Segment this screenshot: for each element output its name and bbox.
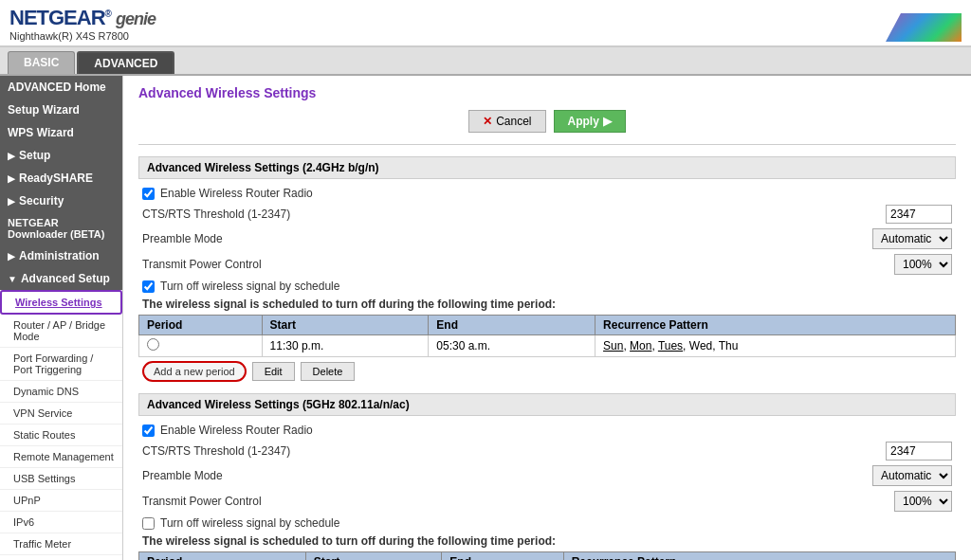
sidebar-item-ipv6[interactable]: IPv6: [0, 512, 122, 533]
content-area: Advanced Wireless Settings ✕ Cancel Appl…: [123, 76, 971, 560]
table-cell-recurrence: Sun, Mon, Tues, Wed, Thu: [595, 335, 956, 357]
txpower-24ghz-select[interactable]: 100% 75% 50% 25%: [894, 254, 952, 275]
schedule-24ghz-table: Period Start End Recurrence Pattern 11:3…: [138, 315, 956, 357]
txpower-5ghz-label: Transmit Power Control: [142, 495, 876, 508]
sidebar-item-static-routes[interactable]: Static Routes: [0, 425, 122, 446]
model-name: Nighthawk(R) X4S R7800: [9, 30, 156, 42]
sidebar-item-vlan-bridge[interactable]: VLAN/Bridge Settings: [0, 555, 122, 560]
tab-bar: BASIC ADVANCED: [0, 47, 971, 76]
ctsrts-5ghz-input[interactable]: [886, 442, 952, 461]
sidebar-item-wireless-settings[interactable]: Wireless Settings: [0, 290, 122, 315]
apply-button[interactable]: Apply ▶: [554, 110, 626, 133]
sidebar-item-dynamic-dns[interactable]: Dynamic DNS: [0, 381, 122, 403]
sidebar-label: WPS Wizard: [8, 126, 74, 139]
schedule-5ghz-table: Period Start End Recurrence Pattern: [138, 551, 956, 560]
cancel-button[interactable]: ✕ Cancel: [468, 110, 545, 133]
ctsrts-5ghz-value: [876, 442, 952, 461]
sidebar-item-router-ap-bridge[interactable]: Router / AP / Bridge Mode: [0, 315, 122, 348]
txpower-24ghz-value: 100% 75% 50% 25%: [876, 254, 952, 275]
ctsrts-24ghz-input[interactable]: [886, 205, 952, 224]
sidebar-section-advanced-setup[interactable]: ▼ Advanced Setup: [0, 267, 122, 290]
schedule-5ghz-note: The wireless signal is scheduled to turn…: [138, 534, 956, 548]
txpower-5ghz-value: 100% 75% 50% 25%: [876, 491, 952, 512]
delete-24ghz-button[interactable]: Delete: [301, 362, 356, 381]
apply-label: Apply: [568, 115, 599, 128]
sidebar-label: Security: [19, 194, 64, 208]
sidebar-label: Advanced Setup: [21, 272, 110, 285]
table-header-end: End: [429, 316, 595, 335]
schedule-5ghz-row: Turn off wireless signal by schedule: [138, 516, 956, 530]
netgear-logo: NETGEAR® genie: [9, 6, 156, 30]
schedule-5ghz-label: Turn off wireless signal by schedule: [160, 516, 339, 530]
schedule-5ghz-checkbox[interactable]: [142, 517, 155, 530]
sidebar-section-downloader[interactable]: NETGEAR Downloader (BETA): [0, 212, 122, 244]
enable-radio-24ghz-label: Enable Wireless Router Radio: [160, 187, 313, 200]
preamble-5ghz-row: Preamble Mode Automatic Long Short: [138, 465, 956, 486]
txpower-24ghz-label: Transmit Power Control: [142, 258, 876, 271]
table-24ghz-actions: Add a new period Edit Delete: [138, 361, 956, 382]
divider: [138, 144, 956, 145]
sidebar: ADVANCED Home Setup Wizard WPS Wizard ▶ …: [0, 76, 123, 560]
sidebar-item-setup-wizard[interactable]: Setup Wizard: [0, 99, 122, 121]
sidebar-label: Administration: [19, 249, 100, 262]
ctsrts-5ghz-row: CTS/RTS Threshold (1-2347): [138, 442, 956, 461]
preamble-24ghz-select[interactable]: Automatic Long Short: [872, 228, 952, 249]
table-header-recurrence: Recurrence Pattern: [595, 316, 956, 335]
sidebar-section-security[interactable]: ▶ Security: [0, 190, 122, 212]
edit-24ghz-button[interactable]: Edit: [252, 362, 295, 381]
sidebar-section-setup[interactable]: ▶ Setup: [0, 144, 122, 167]
section-5ghz-header: Advanced Wireless Settings (5GHz 802.11a…: [138, 393, 956, 416]
enable-radio-24ghz-checkbox[interactable]: [142, 188, 155, 200]
schedule-24ghz-checkbox[interactable]: [142, 280, 155, 293]
registered-mark: ®: [105, 9, 111, 19]
sidebar-item-vpn-service[interactable]: VPN Service: [0, 403, 122, 425]
txpower-5ghz-select[interactable]: 100% 75% 50% 25%: [894, 491, 952, 512]
sidebar-item-wps-wizard[interactable]: WPS Wizard: [0, 121, 122, 144]
sidebar-item-advanced-home[interactable]: ADVANCED Home: [0, 76, 122, 99]
table-cell-end: 05:30 a.m.: [429, 335, 595, 357]
ctsrts-5ghz-label: CTS/RTS Threshold (1-2347): [142, 444, 876, 458]
schedule-24ghz-note: The wireless signal is scheduled to turn…: [138, 298, 956, 311]
chevron-right-icon: ▶: [8, 196, 15, 207]
sidebar-label: NETGEAR Downloader (BETA): [8, 217, 115, 240]
table-header-recurrence: Recurrence Pattern: [563, 552, 955, 561]
sidebar-label: Setup Wizard: [8, 103, 80, 117]
table-header-end: End: [442, 552, 563, 561]
chevron-right-icon: ▶: [8, 151, 15, 161]
chevron-down-icon: ▼: [8, 274, 17, 284]
tab-basic[interactable]: BASIC: [8, 51, 75, 74]
chevron-right-icon: ▶: [8, 173, 15, 184]
header: NETGEAR® genie Nighthawk(R) X4S R7800: [0, 0, 971, 47]
preamble-5ghz-select[interactable]: Automatic Long Short: [872, 465, 952, 486]
preamble-24ghz-label: Preamble Mode: [142, 232, 872, 245]
sidebar-section-administration[interactable]: ▶ Administration: [0, 244, 122, 267]
sidebar-item-usb-settings[interactable]: USB Settings: [0, 468, 122, 490]
schedule-24ghz-row: Turn off wireless signal by schedule: [138, 280, 956, 293]
txpower-24ghz-row: Transmit Power Control 100% 75% 50% 25%: [138, 254, 956, 275]
enable-radio-5ghz-label: Enable Wireless Router Radio: [160, 424, 313, 437]
table-header-period: Period: [139, 552, 306, 561]
chevron-right-icon: ▶: [8, 251, 15, 262]
sidebar-item-remote-management[interactable]: Remote Management: [0, 446, 122, 468]
enable-radio-5ghz-checkbox[interactable]: [142, 425, 155, 437]
page-title: Advanced Wireless Settings: [138, 85, 956, 100]
sidebar-item-port-forwarding[interactable]: Port Forwarding / Port Triggering: [0, 348, 122, 381]
arrow-right-icon: ▶: [603, 115, 612, 128]
preamble-24ghz-row: Preamble Mode Automatic Long Short: [138, 228, 956, 249]
ctsrts-24ghz-row: CTS/RTS Threshold (1-2347): [138, 205, 956, 224]
table-header-period: Period: [139, 316, 263, 335]
tab-advanced[interactable]: ADVANCED: [77, 51, 174, 74]
genie-brand: genie: [116, 9, 156, 28]
sidebar-item-traffic-meter[interactable]: Traffic Meter: [0, 533, 122, 555]
table-cell-period: [139, 335, 263, 357]
sidebar-label: ReadySHARE: [19, 172, 93, 185]
sidebar-section-readyshare[interactable]: ▶ ReadySHARE: [0, 167, 122, 190]
schedule-24ghz-label: Turn off wireless signal by schedule: [160, 280, 339, 293]
table-row: 11:30 p.m. 05:30 a.m. Sun, Mon, Tues, We…: [139, 335, 956, 357]
period-radio[interactable]: [147, 338, 159, 351]
sidebar-item-upnp[interactable]: UPnP: [0, 490, 122, 512]
add-period-24ghz-button[interactable]: Add a new period: [142, 361, 247, 382]
x-icon: ✕: [483, 115, 492, 128]
enable-radio-24ghz-row: Enable Wireless Router Radio: [138, 187, 956, 200]
preamble-5ghz-value: Automatic Long Short: [872, 465, 952, 486]
